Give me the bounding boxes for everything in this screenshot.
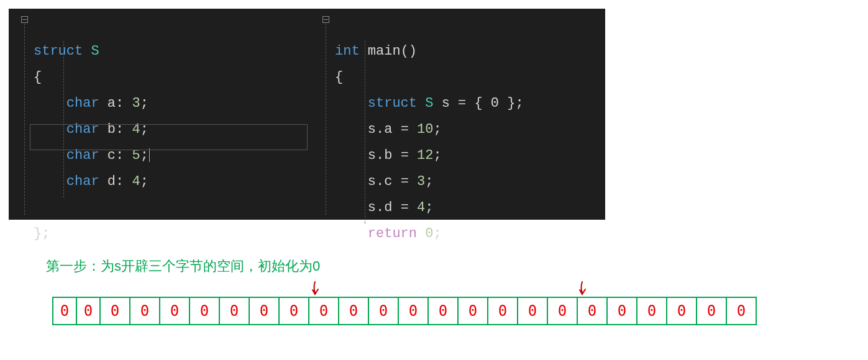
init: { 0 };: [474, 96, 523, 111]
assign-field: b: [384, 148, 392, 163]
bit-cell: 0: [99, 297, 130, 325]
bit-cell: 0: [398, 297, 429, 325]
text-cursor: [149, 148, 150, 162]
gutter-right: [310, 9, 331, 220]
field-bits: 3: [132, 96, 140, 111]
struct-name: S: [91, 43, 99, 59]
var-name: s: [442, 96, 450, 111]
bit-cell: 0: [696, 297, 727, 325]
assign-val: 10: [417, 122, 433, 137]
field-bits: 4: [132, 122, 140, 137]
field-type: char: [66, 148, 99, 163]
keyword-struct: struct: [368, 96, 417, 111]
bit-cell: 0: [219, 297, 250, 325]
bits-row: 0 0 0 0 0 0 0 0 0 0 0 0 0 0 0 0 0 0 0 0 …: [52, 297, 847, 325]
field-name: b: [107, 122, 116, 137]
fold-guide: [326, 24, 326, 215]
return-kw: return: [368, 226, 417, 241]
code-panel-main: int main() { struct S s = { 0 }; s.a = 1…: [310, 9, 605, 220]
bit-cell: 0: [52, 297, 77, 325]
bit-cell: 0: [189, 297, 220, 325]
field-bits: 5: [132, 148, 140, 163]
assign-field: d: [384, 200, 392, 215]
field-name: d: [107, 174, 116, 189]
bit-cell: 0: [249, 297, 280, 325]
field-type: char: [66, 174, 99, 189]
assign-field: c: [384, 174, 392, 189]
assign-val: 4: [417, 200, 425, 215]
bit-cell: 0: [308, 297, 339, 325]
field-type: char: [66, 122, 99, 137]
bit-cell: 0: [427, 297, 459, 325]
ret-type: int: [335, 43, 360, 59]
arrow-down-icon: [309, 281, 321, 297]
code-lines-left[interactable]: struct S { char a: 3; char b: 4; char c:…: [34, 12, 310, 247]
brace-open: {: [34, 70, 42, 85]
keyword-struct: struct: [34, 43, 83, 59]
bit-cell: 0: [159, 297, 190, 325]
assign-field: a: [384, 122, 392, 137]
bit-cell: 0: [129, 297, 160, 325]
indent-guide: [63, 41, 64, 197]
fold-icon[interactable]: [21, 16, 28, 23]
bit-cell: 0: [76, 297, 101, 325]
eq: =: [458, 96, 466, 111]
bit-cell: 0: [278, 297, 309, 325]
bit-cell: 0: [666, 297, 697, 325]
brace-close: };: [34, 226, 50, 241]
assign-obj: s: [368, 122, 376, 137]
assign-obj: s: [368, 148, 376, 163]
bit-cell: 0: [606, 297, 637, 325]
fold-guide: [24, 24, 25, 215]
arrow-down-icon: [577, 281, 588, 297]
bit-cell: 0: [517, 297, 548, 325]
bit-cell: 0: [368, 297, 399, 325]
bit-cell: 0: [636, 297, 667, 325]
field-bits: 4: [132, 174, 140, 189]
bit-cell: 0: [457, 297, 488, 325]
indent-guide: [365, 41, 365, 223]
assign-obj: s: [368, 174, 376, 189]
code-panels: struct S { char a: 3; char b: 4; char c:…: [9, 9, 605, 220]
gutter-left: [9, 9, 30, 220]
assign-val: 12: [417, 148, 433, 163]
assign-obj: s: [368, 200, 376, 215]
bit-cell: 0: [338, 297, 369, 325]
field-name: c: [107, 148, 116, 163]
bit-cell: 0: [547, 297, 578, 325]
step-caption: 第一步：为s开辟三个字节的空间，初始化为0: [46, 257, 868, 276]
parens: (): [401, 43, 417, 59]
fn-name: main: [368, 43, 401, 59]
code-panel-struct: struct S { char a: 3; char b: 4; char c:…: [9, 9, 310, 220]
struct-name: S: [425, 96, 433, 111]
return-val: 0: [425, 226, 433, 241]
assign-val: 3: [417, 174, 425, 189]
bit-cell: 0: [487, 297, 518, 325]
field-name: a: [107, 96, 116, 111]
bits-diagram: 0 0 0 0 0 0 0 0 0 0 0 0 0 0 0 0 0 0 0 0 …: [52, 297, 847, 325]
brace-open: {: [335, 70, 343, 85]
bit-cell: 0: [577, 297, 608, 325]
bit-cell: 0: [726, 297, 757, 325]
field-type: char: [66, 96, 99, 111]
code-lines-right[interactable]: int main() { struct S s = { 0 }; s.a = 1…: [335, 12, 605, 247]
fold-icon[interactable]: [322, 16, 329, 23]
